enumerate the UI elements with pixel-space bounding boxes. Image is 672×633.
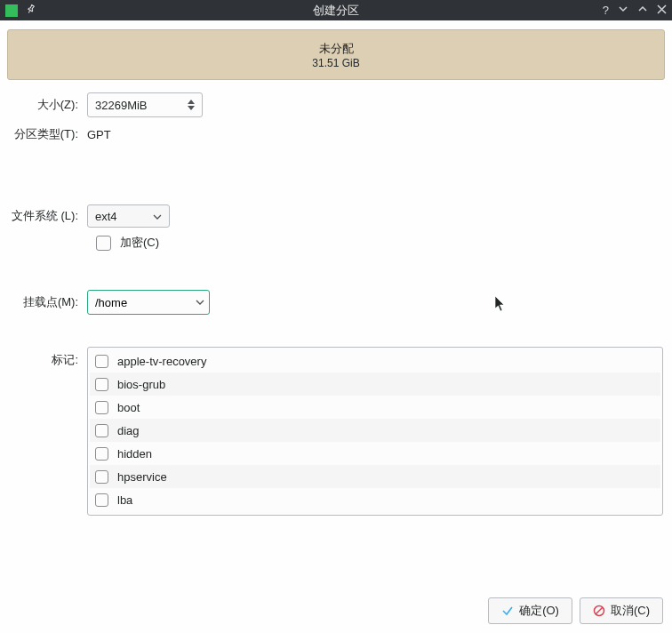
titlebar: 创建分区 ?	[0, 0, 672, 20]
flags-label: 标记:	[7, 347, 87, 368]
flag-item[interactable]: lba	[90, 488, 660, 511]
flag-checkbox[interactable]	[95, 424, 108, 437]
ok-button[interactable]: 确定(O)	[488, 597, 572, 624]
encrypt-label: 加密(C)	[120, 235, 159, 251]
chevron-down-icon	[153, 212, 162, 221]
ok-button-label: 确定(O)	[519, 603, 559, 619]
close-icon[interactable]	[657, 4, 667, 17]
cancel-button[interactable]: 取消(C)	[580, 597, 663, 624]
mount-label: 挂载点(M):	[7, 294, 87, 310]
spinbox-arrows-icon[interactable]	[188, 100, 196, 110]
flag-item[interactable]: apple-tv-recovery	[90, 349, 660, 373]
ptype-label: 分区类型(T):	[7, 126, 87, 142]
size-value: 32269MiB	[95, 99, 188, 112]
flag-label: bios-grub	[117, 378, 165, 391]
cancel-button-label: 取消(C)	[611, 603, 650, 619]
partition-bar-unallocated[interactable]: 未分配 31.51 GiB	[7, 29, 665, 80]
mount-combobox[interactable]	[87, 290, 210, 315]
flag-checkbox[interactable]	[95, 447, 108, 461]
ptype-value: GPT	[87, 128, 111, 141]
window-title: 创建分区	[313, 3, 359, 19]
maximize-icon[interactable]	[637, 4, 648, 17]
app-logo-icon	[5, 4, 18, 17]
flag-label: hpservice	[117, 470, 167, 484]
flag-label: diag	[117, 424, 140, 437]
help-icon[interactable]: ?	[603, 4, 609, 17]
flag-item[interactable]: hidden	[90, 442, 660, 465]
minimize-icon[interactable]	[618, 4, 628, 17]
encrypt-checkbox[interactable]	[96, 236, 111, 251]
unallocated-label: 未分配	[319, 41, 354, 57]
flag-item[interactable]: hpservice	[90, 465, 660, 488]
fs-label: 文件系统 (L):	[7, 208, 87, 224]
fs-combobox[interactable]: ext4	[87, 204, 170, 228]
flag-item[interactable]: diag	[90, 419, 660, 442]
flag-label: lba	[117, 493, 132, 507]
flag-checkbox[interactable]	[95, 470, 108, 484]
size-label: 大小(Z):	[7, 97, 87, 113]
mount-input[interactable]	[95, 296, 191, 309]
flag-item[interactable]: bios-grub	[90, 373, 660, 396]
flag-label: apple-tv-recovery	[117, 355, 206, 368]
flag-item[interactable]: boot	[90, 396, 660, 419]
chevron-down-icon[interactable]	[191, 291, 209, 314]
flag-checkbox[interactable]	[95, 493, 108, 507]
flag-checkbox[interactable]	[95, 401, 108, 414]
check-icon	[501, 605, 514, 617]
fs-value: ext4	[95, 210, 153, 223]
flag-checkbox[interactable]	[95, 355, 108, 368]
flags-list[interactable]: apple-tv-recoverybios-grubbootdiaghidden…	[87, 347, 663, 516]
unallocated-size: 31.51 GiB	[312, 57, 359, 69]
cancel-icon	[593, 605, 605, 617]
pin-icon[interactable]	[22, 2, 38, 19]
flag-label: boot	[117, 401, 140, 414]
flag-label: hidden	[117, 447, 152, 461]
size-spinbox[interactable]: 32269MiB	[87, 92, 203, 117]
flag-checkbox[interactable]	[95, 378, 108, 391]
